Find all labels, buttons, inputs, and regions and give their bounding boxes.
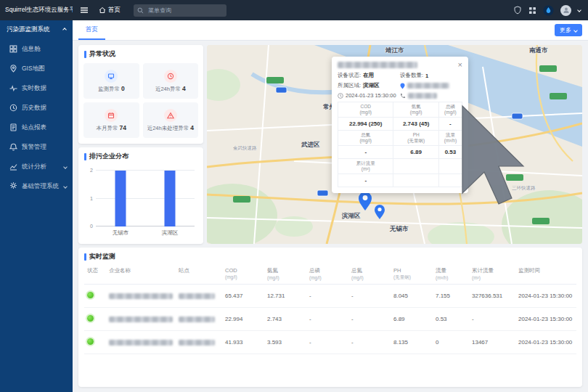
sidebar-item[interactable]: GIS地图 [0, 59, 73, 78]
column-header: 累计流量(m³) [469, 264, 515, 285]
region-label: 所属区域: [338, 82, 361, 89]
map-city-label: 南通市 [529, 46, 548, 55]
cell-tp: - [306, 285, 348, 308]
header-accent-bar [84, 153, 86, 160]
sidebar-item-label: GIS地图 [22, 65, 45, 73]
bell-icon [9, 143, 17, 151]
topbar: Squirrel生态环境云服务平台 首页 [0, 0, 588, 20]
enterprise-name-redacted [109, 317, 173, 322]
app-window: Squirrel生态环境云服务平台 首页 [0, 0, 588, 392]
cell-cod: 41.933 [222, 331, 264, 354]
chart-gridline: 0 [96, 226, 195, 226]
chart-gridline: 1 [96, 198, 195, 199]
abnormal-status-card: 异常状况 监测异常0近24h异常4本月异常74近24h未处理异常4 [78, 45, 203, 144]
calendar-alert-icon [105, 109, 118, 122]
stat-label: 近24h异常 [155, 86, 181, 92]
search-input[interactable] [147, 7, 223, 15]
cell-ph: 6.89 [391, 308, 433, 331]
warning-alert-icon [164, 109, 177, 122]
status-dot [87, 338, 94, 345]
sidebar-item[interactable]: 预警管理 [0, 137, 73, 157]
x-axis-label: 滨湖区 [162, 229, 179, 237]
apps-grid-icon[interactable] [528, 7, 536, 15]
column-header: 站点 [176, 264, 222, 285]
y-axis-tick: 0 [90, 224, 93, 229]
column-header: 状态 [84, 264, 106, 285]
cell-tp: - [306, 331, 348, 354]
cell-time: 2024-01-23 15:30:00 [515, 331, 576, 354]
popup-time: 2024-01-23 15:30:00 [346, 92, 396, 99]
stat-label: 近24h未处理异常 [147, 125, 189, 131]
tab-home[interactable]: 首页 [78, 20, 105, 40]
cell-nh3n: 12.731 [264, 285, 306, 308]
sidebar-item-label: 信息舱 [22, 45, 41, 54]
more-button-label: 更多 [560, 26, 571, 34]
sidebar-item[interactable]: 实时数据 [0, 78, 73, 98]
cell-total_flow: - [469, 308, 515, 331]
sidebar-section-basic[interactable]: 基础管理系统 [0, 176, 73, 196]
column-header: 总磷(mg/l) [306, 264, 348, 285]
sidebar-item[interactable]: 站点报表 [0, 118, 73, 137]
table-row[interactable]: 41.9333.593--8.1350134672024-01-23 15:30… [84, 331, 576, 354]
cell-flow: 7.155 [433, 285, 469, 308]
sidebar-item-label: 历史数据 [22, 104, 46, 113]
cell-time: 2024-01-23 15:30:00 [515, 308, 576, 331]
gis-map[interactable]: 靖江市南通市常州市江阴市武进区无锡市滨湖区金武快速路三环快速路 × 设备状态:在… [207, 45, 582, 244]
device-count-value: 1 [425, 73, 428, 79]
water-drop-logo-icon[interactable] [543, 5, 554, 16]
realtime-table: 状态企业名称站点COD(mg/l)氨氮(mg/l)总磷(mg/l)总氮(mg/l… [84, 264, 576, 354]
pulse-icon [9, 84, 17, 92]
cell-tn: - [348, 331, 391, 354]
card-header: 排污企业分布 [78, 147, 203, 164]
column-header: 监测时间 [515, 264, 576, 285]
sidebar-item[interactable]: 统计分析 [0, 157, 73, 176]
stat-value: 74 [120, 124, 126, 131]
stat-label: 监测异常 [98, 86, 120, 92]
card-title: 排污企业分布 [89, 152, 128, 161]
tab-bar: 首页 更多 [73, 20, 588, 41]
clock-icon [338, 93, 343, 99]
popup-metrics-table: COD(mg/l) 氨氮(mg/l) 总磷(mg/l) 22.994 (250)… [338, 102, 462, 187]
stat-label: 本月异常 [97, 125, 118, 131]
cell-ph: 8.135 [391, 331, 433, 354]
cell-nh3n: 2.743 [264, 308, 306, 331]
phone-redacted [408, 93, 437, 99]
address-redacted [407, 83, 449, 89]
stat-tile: 近24h异常4 [143, 63, 199, 99]
column-header: 总氮(mg/l) [348, 264, 391, 285]
sidebar-item[interactable]: 信息舱 [0, 39, 73, 59]
search-box[interactable] [134, 4, 226, 17]
stat-tile: 近24h未处理异常4 [143, 102, 199, 138]
enterprise-distribution-card: 排污企业分布 012无锡市滨湖区 [78, 147, 203, 244]
sidebar-section-pollution[interactable]: 污染源监测系统 [0, 20, 73, 39]
clock-alert-icon [164, 70, 177, 83]
chevron-down-icon[interactable] [577, 8, 581, 12]
breadcrumb-label: 首页 [108, 6, 121, 15]
avatar[interactable] [560, 5, 571, 16]
cell-nh3n: 3.593 [264, 331, 306, 354]
shield-icon[interactable] [513, 6, 522, 15]
map-road-label: 三环快速路 [512, 185, 536, 192]
cell-tp: - [306, 308, 348, 331]
more-button[interactable]: 更多 [555, 24, 582, 36]
sidebar-item-label: 实时数据 [22, 84, 46, 93]
stat-value: 0 [121, 85, 125, 92]
device-status-value: 在用 [363, 72, 374, 79]
cell-flow: 0 [433, 331, 469, 354]
sidebar-item[interactable]: 历史数据 [0, 98, 73, 118]
gear-icon [9, 181, 17, 191]
sidebar-item-label: 站点报表 [22, 123, 46, 132]
breadcrumb[interactable]: 首页 [99, 6, 121, 15]
status-dot [87, 292, 94, 298]
table-row[interactable]: 22.9942.743--6.890.53-2024-01-23 15:30:0… [84, 308, 576, 331]
bar-chart: 012无锡市滨湖区 [96, 171, 195, 226]
close-icon[interactable]: × [458, 62, 462, 68]
table-row[interactable]: 65.43712.731--8.0457.155327636.5312024-0… [84, 285, 576, 308]
app-logo: Squirrel生态环境云服务平台 [0, 6, 73, 15]
hamburger-menu-icon[interactable] [80, 6, 89, 15]
report-doc-icon [9, 123, 17, 131]
map-city-label: 靖江市 [385, 46, 404, 55]
site-name-redacted [179, 293, 215, 299]
sidebar: 污染源监测系统 信息舱GIS地图实时数据历史数据站点报表预警管理统计分析 基础管… [0, 20, 73, 392]
stat-tile: 本月异常74 [83, 102, 139, 138]
